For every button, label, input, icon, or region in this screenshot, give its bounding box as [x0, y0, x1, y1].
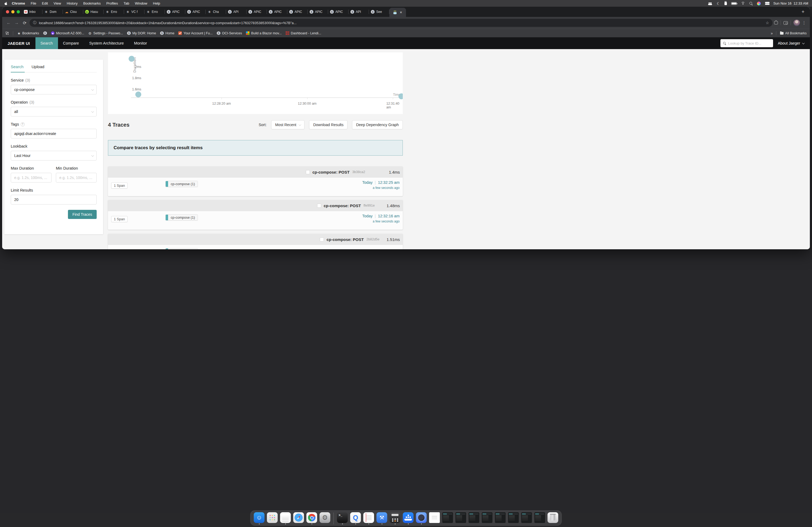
- scatter-point[interactable]: [135, 91, 141, 97]
- zoom-window-button[interactable]: [17, 10, 20, 13]
- scatter-point[interactable]: [398, 93, 403, 99]
- tags-help-icon[interactable]: ?: [21, 122, 25, 126]
- address-bar[interactable]: ⓘ localhost:16686/search?end=17632819538…: [30, 19, 406, 27]
- bookmark-item[interactable]: Microsoft AZ-500...: [51, 31, 84, 35]
- trace-result-card[interactable]: cp-compose: POST 3b38ca2 1.4ms 1 Span cp…: [108, 166, 403, 196]
- browser-tab[interactable]: MInbo: [22, 7, 42, 17]
- jaeger-brand[interactable]: JAEGER UI: [2, 37, 35, 49]
- service-select[interactable]: cp-compose: [11, 85, 97, 94]
- trace-header[interactable]: cp-compose: POST 2b82d5e 1.51ms: [108, 234, 403, 245]
- browser-tab[interactable]: SAPIC: [246, 7, 267, 17]
- sort-select[interactable]: Most Recent: [271, 120, 305, 129]
- browser-tab[interactable]: QLHasu: [83, 7, 104, 17]
- tab-groups-icon[interactable]: [5, 31, 9, 35]
- back-icon[interactable]: ←: [5, 20, 12, 25]
- browser-tab[interactable]: ✳Dom: [42, 7, 63, 17]
- bookmark-item[interactable]: S: [43, 31, 47, 35]
- browser-tab[interactable]: SAPIC: [287, 7, 308, 17]
- browser-tab[interactable]: ☁Clou: [63, 7, 83, 17]
- trace-checkbox[interactable]: [317, 204, 321, 208]
- find-traces-button[interactable]: Find Traces: [68, 210, 97, 219]
- bookmark-item[interactable]: Your Account | Fu...: [178, 31, 213, 35]
- trace-time[interactable]: 12:32:25 am: [378, 180, 400, 185]
- limit-results-input[interactable]: [14, 197, 93, 202]
- scatter-point[interactable]: [129, 56, 134, 62]
- menu-view[interactable]: View: [54, 1, 61, 5]
- window-controls: [6, 10, 20, 13]
- bookmark-item[interactable]: SOCI-Services: [217, 31, 242, 35]
- tab-label: Inbo: [29, 10, 41, 14]
- browser-tab[interactable]: SAPIC: [267, 7, 287, 17]
- operation-select[interactable]: all: [11, 107, 97, 117]
- nav-tab-compare[interactable]: Compare: [58, 37, 84, 49]
- minimize-window-button[interactable]: [11, 10, 14, 13]
- globe-s-favicon: S: [330, 10, 334, 14]
- menu-bookmarks[interactable]: Bookmarks: [83, 1, 101, 5]
- trace-id: ffe991e: [364, 204, 375, 207]
- menu-window[interactable]: Window: [135, 1, 147, 5]
- menu-profiles[interactable]: Profiles: [106, 1, 118, 5]
- globe-icon: S: [217, 31, 220, 35]
- trace-header[interactable]: cp-compose: POST ffe991e 1.48ms: [108, 200, 403, 211]
- bookmark-item[interactable]: SMy DOR: Home: [127, 31, 156, 35]
- bookmark-item[interactable]: SHome: [160, 31, 174, 35]
- browser-tab[interactable]: SAPIC: [308, 7, 328, 17]
- reload-icon[interactable]: ⟳: [21, 20, 28, 26]
- deep-dependency-graph-button[interactable]: Deep Dependency Graph: [352, 120, 403, 129]
- browser-tab[interactable]: SAPI: [349, 7, 369, 17]
- bookmark-item[interactable]: ⚙Settings - Passwo...: [88, 31, 123, 35]
- trace-duration: 1.51ms: [387, 237, 400, 242]
- search-panel: Search Upload Service (3) cp-compose Ope…: [4, 60, 103, 234]
- jaeger-favicon: [393, 11, 397, 14]
- tab-label: Cha: [213, 10, 224, 14]
- trace-date[interactable]: Today: [362, 180, 373, 185]
- browser-tab[interactable]: ✳Cha: [206, 7, 226, 17]
- menu-tab[interactable]: Tab: [124, 1, 129, 5]
- menu-history[interactable]: History: [67, 1, 77, 5]
- trace-result-card[interactable]: cp-compose: POST 2b82d5e 1.51ms 1 Span c…: [108, 234, 403, 249]
- trace-header[interactable]: cp-compose: POST 3b38ca2 1.4ms: [108, 166, 403, 178]
- browser-tab[interactable]: SSee: [369, 7, 389, 17]
- trace-checkbox[interactable]: [306, 170, 310, 174]
- bookmark-item[interactable]: Build a Blazor mov...: [246, 31, 282, 35]
- tags-input[interactable]: [14, 132, 93, 136]
- trace-time[interactable]: 12:32:16 am: [378, 214, 400, 218]
- ms-icon: [246, 31, 249, 35]
- panel-tab-upload[interactable]: Upload: [32, 64, 45, 69]
- download-results-button[interactable]: Download Results: [309, 120, 347, 129]
- lookback-select[interactable]: Last Hour: [11, 151, 97, 161]
- bookmark-item[interactable]: Dashboard - Lendi...: [286, 31, 321, 35]
- browser-tab[interactable]: SAPIC: [185, 7, 206, 17]
- apple-logo-icon[interactable]: [4, 2, 8, 5]
- browser-tab[interactable]: ✳VC f: [124, 7, 144, 17]
- nav-tab-search[interactable]: Search: [35, 37, 58, 49]
- trace-date[interactable]: Today: [362, 214, 373, 218]
- min-duration-input[interactable]: [59, 176, 93, 180]
- forward-icon[interactable]: →: [13, 20, 20, 25]
- nav-tab-monitor[interactable]: Monitor: [129, 37, 152, 49]
- browser-tab[interactable]: ✳Erro: [144, 7, 165, 17]
- menu-edit[interactable]: Edit: [42, 1, 48, 5]
- url-text[interactable]: localhost:16686/search?end=1763281953853…: [39, 21, 406, 25]
- browser-tab[interactable]: ✳Erro: [104, 7, 124, 17]
- redgrid-icon: [286, 31, 289, 35]
- browser-tab[interactable]: SAPIC: [328, 7, 349, 17]
- menu-help[interactable]: Help: [153, 1, 160, 5]
- close-window-button[interactable]: [6, 10, 9, 13]
- limit-results-box: [11, 195, 97, 205]
- trace-checkbox[interactable]: [320, 238, 324, 241]
- browser-tab[interactable]: SAPIC: [165, 7, 185, 17]
- trace-result-card[interactable]: cp-compose: POST ffe991e 1.48ms 1 Span c…: [108, 200, 403, 230]
- active-tab-jaeger[interactable]: ✕: [389, 8, 406, 17]
- max-duration-input[interactable]: [14, 176, 48, 180]
- menu-file[interactable]: File: [31, 1, 36, 5]
- chevron-down-icon: [91, 88, 94, 91]
- menu-chrome[interactable]: Chrome: [12, 1, 25, 5]
- bookmark-item[interactable]: ★Bookmarks: [17, 31, 39, 35]
- duration-scatter-plot[interactable]: Duration Time 2ms1.8ms1.6ms12:28:20 am12…: [108, 52, 403, 114]
- nav-tab-system-architecture[interactable]: System Architecture: [84, 37, 129, 49]
- site-info-icon[interactable]: ⓘ: [33, 20, 37, 25]
- close-tab-icon[interactable]: ✕: [400, 11, 402, 14]
- browser-tab[interactable]: SAPI: [226, 7, 246, 17]
- panel-tab-search[interactable]: Search: [11, 64, 24, 69]
